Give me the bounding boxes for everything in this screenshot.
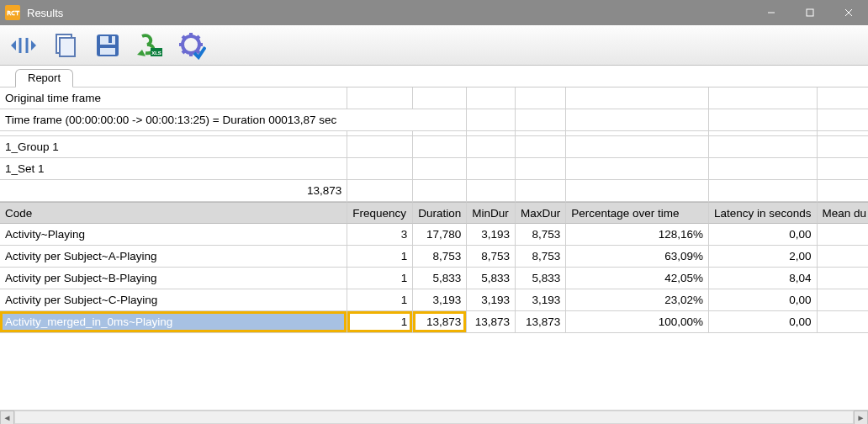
cell-percentage: 128,16% [566,224,709,246]
header-duration[interactable]: Duration [413,202,467,224]
cell-latency: 0,00 [709,311,818,333]
cell-mindur: 3,193 [467,224,516,246]
cell-percentage: 42,05% [566,268,709,289]
cell-maxdur: 8,753 [516,246,566,268]
results-table: Original time frame Time frame (00:00:00… [0,87,868,333]
cell-mindur: 8,753 [467,246,516,268]
cell-meandur [818,289,869,311]
cell-mindur: 3,193 [467,289,516,311]
row-original-timeframe[interactable]: Original time frame [0,87,868,109]
cell-frequency: 1 [347,311,413,333]
cell-meandur [818,224,869,246]
cell-latency: 0,00 [709,289,818,311]
copy-button[interactable] [49,29,82,62]
cell-latency: 2,00 [709,246,818,268]
autofit-columns-button[interactable] [7,29,40,62]
cell-percentage: 100,00% [566,311,709,333]
cell-meandur [818,268,869,289]
app-icon: ʀᴄᴛ [5,5,20,20]
row-set-value[interactable]: 13,873 [0,180,868,202]
header-code[interactable]: Code [0,202,347,224]
cell-code: Activity per Subject~B-Playing [0,268,347,289]
minimize-button[interactable] [752,0,791,25]
svg-line-23 [197,50,199,53]
header-meandur[interactable]: Mean du [818,202,869,224]
cell-percentage: 63,09% [566,246,709,268]
svg-rect-12 [100,48,115,55]
header-maxdur[interactable]: MaxDur [516,202,566,224]
row-timeframe-detail[interactable]: Time frame (00:00:00:00 -> 00:00:13:25) … [0,109,868,131]
svg-line-24 [197,36,199,39]
cell-percentage: 23,02% [566,289,709,311]
row-set[interactable]: 1_Set 1 [0,158,868,180]
cell-set-value: 13,873 [0,180,347,202]
header-latency[interactable]: Latency in seconds [709,202,818,224]
svg-line-25 [183,50,185,53]
cell-meandur [818,246,869,268]
svg-rect-1 [807,9,813,16]
cell-duration: 3,193 [413,289,467,311]
close-button[interactable] [829,0,868,25]
header-percentage[interactable]: Percentage over time [566,202,709,224]
cell-duration: 13,873 [413,311,467,333]
cell-original-timeframe: Original time frame [0,87,347,109]
cell-maxdur: 5,833 [516,268,566,289]
cell-timeframe-detail: Time frame (00:00:00:00 -> 00:00:13:25) … [0,109,467,131]
cell-set: 1_Set 1 [0,158,347,180]
svg-marker-5 [31,40,36,50]
svg-rect-13 [108,36,112,43]
tab-report[interactable]: Report [15,69,73,87]
maximize-button[interactable] [791,0,829,25]
header-mindur[interactable]: MinDur [467,202,516,224]
window-title: Results [27,7,63,19]
horizontal-scrollbar[interactable]: ◄ ► [0,410,868,424]
svg-rect-11 [100,36,115,45]
svg-marker-14 [137,50,146,56]
save-button[interactable] [91,29,124,62]
svg-marker-4 [11,40,16,50]
svg-rect-9 [60,38,75,56]
table-row[interactable]: Activity per Subject~C-Playing13,1933,19… [0,289,868,311]
cell-frequency: 1 [347,289,413,311]
cell-maxdur: 8,753 [516,224,566,246]
cell-latency: 0,00 [709,224,818,246]
tab-strip: Report [0,66,868,87]
table-row[interactable]: Activity_merged_in_0ms~Playing113,87313,… [0,311,868,333]
cell-code: Activity~Playing [0,224,347,246]
cell-code: Activity_merged_in_0ms~Playing [0,311,347,333]
cell-maxdur: 13,873 [516,311,566,333]
scroll-right-button[interactable]: ► [854,411,868,424]
column-header-row: Code Frequency Duration MinDur MaxDur Pe… [0,202,868,224]
cell-code: Activity per Subject~A-Playing [0,246,347,268]
cell-frequency: 1 [347,268,413,289]
grid-area[interactable]: Original time frame Time frame (00:00:00… [0,87,868,410]
cell-meandur [818,311,869,333]
cell-latency: 8,04 [709,268,818,289]
settings-button[interactable] [175,29,209,62]
row-group[interactable]: 1_Group 1 [0,136,868,158]
table-row[interactable]: Activity~Playing317,7803,1938,753128,16%… [0,224,868,246]
scroll-left-button[interactable]: ◄ [0,411,14,424]
cell-group: 1_Group 1 [0,136,347,158]
cell-duration: 17,780 [413,224,467,246]
toolbar: XLS [0,25,868,66]
cell-mindur: 5,833 [467,268,516,289]
export-excel-button[interactable]: XLS [133,29,167,62]
table-row[interactable]: Activity per Subject~A-Playing18,7538,75… [0,246,868,268]
cell-mindur: 13,873 [467,311,516,333]
scroll-track[interactable] [14,411,854,424]
cell-duration: 8,753 [413,246,467,268]
cell-maxdur: 3,193 [516,289,566,311]
table-row[interactable]: Activity per Subject~B-Playing15,8335,83… [0,268,868,289]
svg-text:XLS: XLS [151,50,161,56]
cell-frequency: 3 [347,224,413,246]
cell-code: Activity per Subject~C-Playing [0,289,347,311]
cell-duration: 5,833 [413,268,467,289]
header-frequency[interactable]: Frequency [347,202,413,224]
cell-frequency: 1 [347,246,413,268]
title-bar: ʀᴄᴛ Results [0,0,868,25]
svg-line-22 [183,36,185,39]
